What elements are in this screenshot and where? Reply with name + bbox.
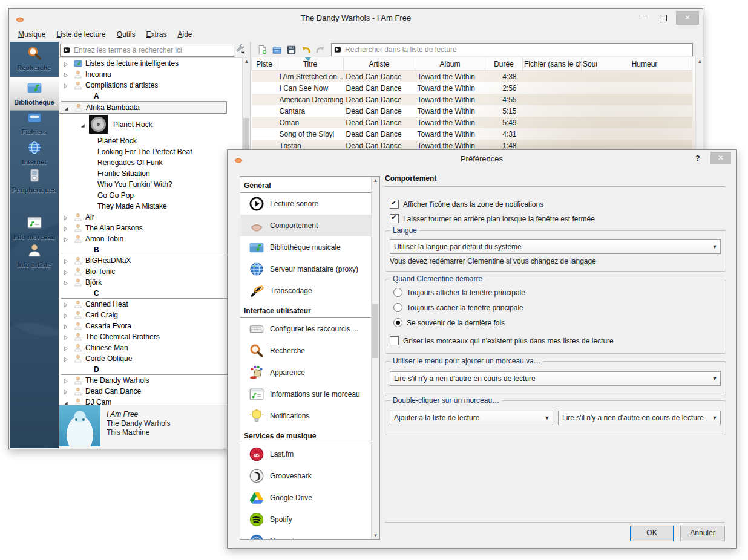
tree-row-planet-rock[interactable]: Planet Rock xyxy=(59,135,250,146)
expander-closed-icon[interactable] xyxy=(62,388,69,394)
tree-row-planet-rock[interactable]: Planet Rock xyxy=(59,114,250,135)
menu-outils[interactable]: Outils xyxy=(111,28,141,41)
expander-closed-icon[interactable] xyxy=(62,235,69,242)
expander-closed-icon[interactable] xyxy=(62,268,69,275)
ok-button[interactable]: OK xyxy=(630,526,674,541)
playlist-search-input[interactable]: Rechercher dans la liste de lecture xyxy=(331,43,693,56)
expander-closed-icon[interactable] xyxy=(62,301,69,307)
checkbox-griser-morceaux[interactable]: Griser les morceaux qui n'existent plus … xyxy=(390,336,614,345)
sidebar-tab-fichiers[interactable]: Fichiers xyxy=(10,107,59,138)
cancel-button[interactable]: Annuler xyxy=(680,526,725,541)
tree-row-corde-oblique[interactable]: Corde Oblique xyxy=(59,353,250,364)
radio-toujours-cacher-la-fen-tre-pri[interactable]: Toujours cacher la fenêtre principale xyxy=(393,303,523,312)
tree-row-inconnu[interactable]: Inconnu xyxy=(59,69,250,80)
tree-row-dead-can-dance[interactable]: Dead Can Dance xyxy=(59,386,250,397)
tree-row-cesaria-evora[interactable]: Cesaria Evora xyxy=(59,321,250,331)
redo-button[interactable] xyxy=(313,43,327,56)
expander-closed-icon[interactable] xyxy=(62,377,69,383)
expander-closed-icon[interactable] xyxy=(62,60,69,67)
prefs-nav-google-drive[interactable]: Google Drive xyxy=(240,487,379,509)
main-titlebar[interactable]: The Dandy Warhols - I Am Free – ✕ xyxy=(9,9,703,27)
library-config-button[interactable] xyxy=(234,44,249,56)
tree-row-afrika-bambaata[interactable]: Afrika Bambaata xyxy=(59,102,227,114)
new-playlist-button[interactable] xyxy=(255,43,269,56)
prefs-nav-magnatune[interactable]: Magnatune xyxy=(240,530,379,540)
tree-row-renegades-of-funk[interactable]: Renegades Of Funk xyxy=(59,157,250,168)
sidebar-tab-info-artiste[interactable]: Info artiste xyxy=(10,240,59,270)
menu-musique[interactable]: Musique xyxy=(13,28,51,41)
now-playing-panel[interactable]: I Am Free The Dandy Warhols This Machine xyxy=(59,405,232,448)
column-header-source[interactable]: Source xyxy=(582,57,597,71)
open-playlist-button[interactable] xyxy=(269,43,284,56)
prefs-close-button[interactable]: ✕ xyxy=(710,152,731,164)
expander-closed-icon[interactable] xyxy=(62,257,69,264)
tree-row-they-made-a-mistake[interactable]: They Made A Mistake xyxy=(59,201,250,212)
expander-open-icon[interactable] xyxy=(63,104,70,111)
checkbox-icon[interactable] xyxy=(390,214,399,223)
expander-closed-icon[interactable] xyxy=(62,71,69,77)
expander-closed-icon[interactable] xyxy=(62,333,69,340)
expander-open-icon[interactable] xyxy=(79,121,86,128)
tree-row-air[interactable]: Air xyxy=(59,212,250,223)
save-playlist-button[interactable] xyxy=(284,43,298,56)
column-header-artiste[interactable]: Artiste xyxy=(344,57,415,71)
checkbox-icon[interactable] xyxy=(390,336,399,345)
prefs-nav-biblioth-que-musicale[interactable]: Bibliothèque musicale xyxy=(240,236,379,258)
help-button[interactable]: ? xyxy=(691,152,704,165)
radio-icon[interactable] xyxy=(393,288,402,297)
prefs-nav-comportement[interactable]: Comportement xyxy=(240,215,379,236)
column-header-humeur[interactable]: Humeur xyxy=(597,57,692,71)
prefs-nav-notifications[interactable]: Notifications xyxy=(240,405,379,427)
prefs-nav-informations-sur-le-morceau[interactable]: Informations sur le morceau xyxy=(240,383,379,405)
maximize-button[interactable] xyxy=(654,11,672,24)
radio-se-souvenir-de-la-derni-re-foi[interactable]: Se souvenir de la dernière fois xyxy=(393,318,505,327)
language-dropdown[interactable]: Utiliser la langue par défaut du système… xyxy=(390,239,721,254)
playlist-row-5[interactable]: OmanDead Can DanceToward the Within5:49 xyxy=(252,117,692,128)
menu-extras[interactable]: Extras xyxy=(140,28,172,41)
prefs-nav-recherche[interactable]: Recherche xyxy=(240,340,379,362)
expander-closed-icon[interactable] xyxy=(62,82,69,88)
playlist-row-3[interactable]: American DreamingDead Can DanceToward th… xyxy=(252,94,692,105)
tree-row-the-chemical-brothers[interactable]: The Chemical Brothers xyxy=(59,331,250,342)
menu-liste-de-lecture[interactable]: Liste de lecture xyxy=(51,28,111,41)
tree-row-bigheadmax[interactable]: BiGHeaDMaX xyxy=(59,255,250,266)
playlist-row-4[interactable]: CantaraDead Can DanceToward the Within5:… xyxy=(252,105,692,117)
undo-button[interactable] xyxy=(298,43,313,56)
tree-row-carl-craig[interactable]: Carl Craig xyxy=(59,310,250,321)
sidebar-tab-internet[interactable]: Internet xyxy=(10,137,59,168)
prefs-nav-apparence[interactable]: Apparence xyxy=(240,362,379,383)
close-button[interactable]: ✕ xyxy=(676,11,699,25)
tree-row-chinese-man[interactable]: Chinese Man xyxy=(59,342,250,353)
scroll-thumb[interactable] xyxy=(372,304,378,358)
playlist-row-2[interactable]: I Can See NowDead Can DanceToward the Wi… xyxy=(252,82,692,94)
checkbox-laisser-tourner-en-arri-re-pla[interactable]: Laisser tourner en arrière plan lorsque … xyxy=(390,214,595,223)
expander-closed-icon[interactable] xyxy=(62,344,69,351)
scroll-up-icon[interactable]: ▲ xyxy=(372,177,379,184)
tree-row-frantic-situation[interactable]: Frantic Situation xyxy=(59,168,250,179)
expander-closed-icon[interactable] xyxy=(62,311,69,318)
expander-closed-icon[interactable] xyxy=(62,355,69,362)
prefs-nav-configurer-les-raccourcis-[interactable]: Configurer les raccourcis ... xyxy=(240,318,379,340)
sidebar-tab-p-riph-riques[interactable]: Périphériques xyxy=(10,165,59,199)
sidebar-tab-info-morceau[interactable]: Info morceau xyxy=(10,212,59,243)
scroll-down-icon[interactable]: ▼ xyxy=(372,532,379,539)
menu-aide[interactable]: Aide xyxy=(172,28,198,41)
radio-icon[interactable] xyxy=(393,303,402,312)
double-click-play-dropdown[interactable]: Lire s'il n'y a rien d'autre en cours de… xyxy=(558,411,721,425)
radio-icon[interactable] xyxy=(393,318,402,327)
sidebar-tab-biblioth-que[interactable]: Bibliothèque xyxy=(10,77,59,111)
expander-closed-icon[interactable] xyxy=(62,224,69,231)
playlist-row-1[interactable]: I Am Stretched on ...Dead Can DanceTowar… xyxy=(252,71,692,83)
double-click-action-dropdown[interactable]: Ajouter à la liste de lecture ▼ xyxy=(390,411,553,425)
expander-closed-icon[interactable] xyxy=(62,322,69,329)
tree-row-the-alan-parsons[interactable]: The Alan Parsons xyxy=(59,223,250,233)
tree-row-dj-cam[interactable]: DJ Cam xyxy=(59,397,250,405)
column-header-piste[interactable]: Piste xyxy=(252,57,277,71)
prefs-titlebar[interactable]: Préférences ? ✕ xyxy=(228,150,736,168)
prefs-nav-scrollbar[interactable]: ▲ ▼ xyxy=(371,177,379,539)
tree-row-canned-heat[interactable]: Canned Heat xyxy=(59,299,250,310)
checkbox-afficher-l-ic-ne-dans-la-zone-[interactable]: Afficher l'icône dans la zone de notific… xyxy=(390,200,543,209)
minimize-button[interactable]: – xyxy=(634,11,652,24)
tree-row-looking-for-the-perfect-beat[interactable]: Looking For The Perfect Beat xyxy=(59,146,250,157)
prefs-nav-grooveshark[interactable]: Grooveshark xyxy=(240,465,379,487)
